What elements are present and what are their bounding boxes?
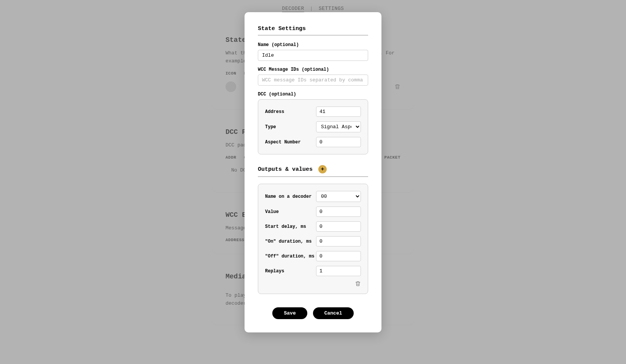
add-output-button[interactable]: + [318,165,327,173]
dcc-group: DCC (optional) Address Type Signal Aspec… [258,92,368,154]
replays-label: Replays [265,269,284,274]
value-input[interactable] [316,207,361,217]
dcc-label: DCC (optional) [258,92,368,97]
outputs-panel: Name on a decoder 00 Value Start delay, … [258,184,368,294]
output-name-select[interactable]: 00 [316,191,361,202]
value-label: Value [265,209,279,215]
name-input[interactable] [258,50,368,61]
save-button[interactable]: Save [272,307,307,319]
cancel-button[interactable]: Cancel [313,307,354,319]
state-settings-modal: State Settings Name (optional) WCC Messa… [245,12,381,332]
start-delay-input[interactable] [316,221,361,232]
wcc-input[interactable] [258,75,368,86]
on-duration-input[interactable] [316,236,361,246]
on-duration-label: "On" duration, ms [265,239,311,244]
modal-buttons: Save Cancel [258,307,368,319]
off-duration-input[interactable] [316,251,361,261]
address-input[interactable] [316,106,361,117]
modal-title: State Settings [258,25,368,35]
start-delay-label: Start delay, ms [265,224,306,229]
outputs-section-title: Outputs & values + [258,165,368,177]
dcc-panel: Address Type Signal Aspect Aspect Number [258,99,368,154]
type-label: Type [265,124,276,130]
output-name-label: Name on a decoder [265,194,311,199]
name-label: Name (optional) [258,42,368,48]
type-select[interactable]: Signal Aspect [316,121,361,132]
replays-input[interactable] [316,266,361,276]
outputs-title-text: Outputs & values [258,166,313,173]
name-group: Name (optional) [258,42,368,61]
off-duration-label: "Off" duration, ms [265,254,315,259]
aspect-label: Aspect Number [265,140,301,145]
wcc-label: WCC Message IDs (optional) [258,67,368,72]
address-label: Address [265,109,284,114]
aspect-input[interactable] [316,137,361,147]
wcc-group: WCC Message IDs (optional) [258,67,368,86]
trash-icon[interactable] [355,281,361,287]
